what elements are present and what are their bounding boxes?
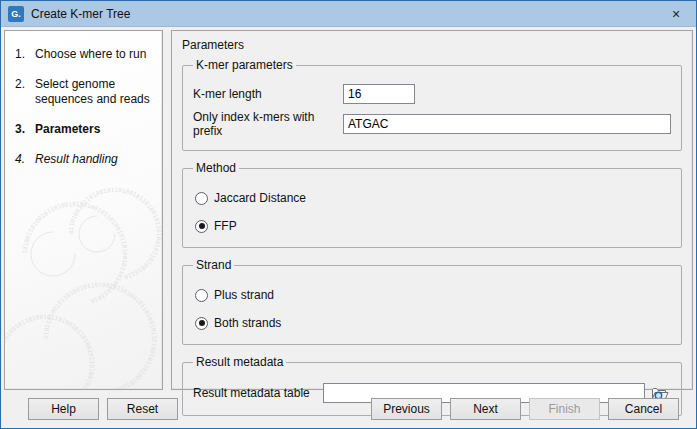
window-title: Create K-mer Tree	[31, 7, 130, 21]
kmer-length-row: K-mer length	[193, 84, 671, 104]
radio-plus-strand[interactable]: Plus strand	[195, 288, 671, 302]
kmer-length-input[interactable]	[343, 84, 415, 104]
method-group: Method Jaccard Distance FFP	[182, 161, 682, 248]
step-number: 2.	[15, 77, 35, 107]
radio-icon[interactable]	[195, 289, 208, 302]
panel-title: Parameters	[182, 38, 682, 52]
radio-icon[interactable]	[195, 317, 208, 330]
dialog-window: G. Create K-mer Tree × 1. Choose where t…	[0, 0, 697, 429]
radio-label: Jaccard Distance	[214, 191, 306, 205]
strand-legend: Strand	[193, 258, 234, 272]
sidebar-item-select-genome-sequences: 2. Select genome sequences and reads	[15, 77, 156, 107]
help-button[interactable]: Help	[28, 398, 99, 420]
dialog-content: 1. Choose where to run 2. Select genome …	[1, 27, 696, 390]
dialog-button-bar: Help Reset Previous Next Finish Cancel	[1, 390, 696, 428]
parameters-panel: Parameters K-mer parameters K-mer length…	[171, 30, 693, 390]
step-number: 3.	[15, 122, 35, 137]
sidebar-item-choose-where-to-run: 1. Choose where to run	[15, 47, 156, 62]
previous-button[interactable]: Previous	[371, 398, 442, 420]
step-label: Parameters	[35, 122, 100, 137]
radio-ffp[interactable]: FFP	[195, 219, 671, 233]
right-buttons: Previous Next Finish Cancel	[371, 398, 679, 420]
radio-label: Plus strand	[214, 288, 274, 302]
step-label: Choose where to run	[35, 47, 146, 62]
step-number: 4.	[15, 152, 35, 167]
sidebar-item-parameters: 3. Parameters	[15, 122, 156, 137]
kmer-parameters-legend: K-mer parameters	[193, 58, 296, 72]
left-buttons: Help Reset	[28, 398, 178, 420]
prefix-label: Only index k-mers with prefix	[193, 110, 343, 138]
radio-jaccard-distance[interactable]: Jaccard Distance	[195, 191, 671, 205]
next-button[interactable]: Next	[450, 398, 521, 420]
kmer-length-label: K-mer length	[193, 87, 343, 101]
title-bar: G. Create K-mer Tree ×	[1, 1, 696, 27]
radio-label: FFP	[214, 219, 237, 233]
reset-button[interactable]: Reset	[107, 398, 178, 420]
binary-spiral-watermark: 0110100101101001011010010110100101101001…	[5, 179, 163, 389]
step-number: 1.	[15, 47, 35, 62]
result-metadata-legend: Result metadata	[193, 355, 286, 369]
close-icon[interactable]: ×	[656, 1, 696, 27]
sidebar-item-result-handling: 4. Result handling	[15, 152, 156, 167]
radio-icon[interactable]	[195, 192, 208, 205]
step-label: Select genome sequences and reads	[35, 77, 156, 107]
wizard-steps-sidebar: 1. Choose where to run 2. Select genome …	[4, 30, 163, 390]
strand-group: Strand Plus strand Both strands	[182, 258, 682, 345]
finish-button[interactable]: Finish	[529, 398, 600, 420]
step-label: Result handling	[35, 152, 118, 167]
kmer-parameters-group: K-mer parameters K-mer length Only index…	[182, 58, 682, 151]
svg-text:011010010110100101101001011010: 0110100101101001011010010110100101101001…	[67, 186, 163, 281]
method-legend: Method	[193, 161, 239, 175]
prefix-input[interactable]	[343, 114, 671, 134]
cancel-button[interactable]: Cancel	[608, 398, 679, 420]
radio-both-strands[interactable]: Both strands	[195, 316, 671, 330]
app-icon: G.	[8, 6, 24, 22]
prefix-row: Only index k-mers with prefix	[193, 110, 671, 138]
radio-icon[interactable]	[195, 220, 208, 233]
radio-label: Both strands	[214, 316, 281, 330]
